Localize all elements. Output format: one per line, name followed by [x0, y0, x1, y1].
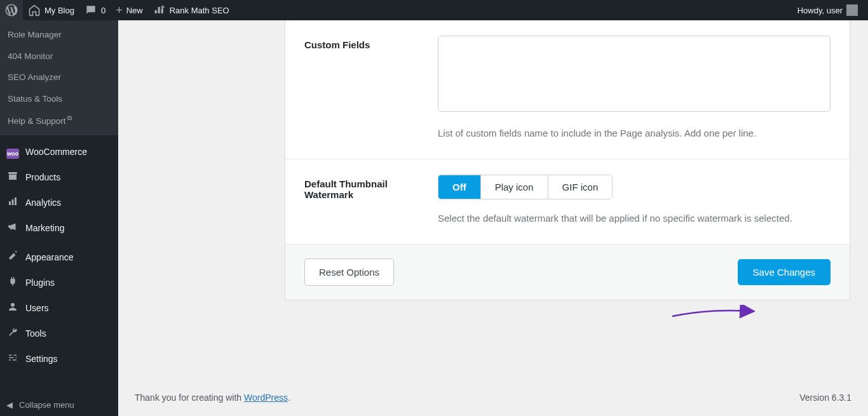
sidebar-item-status-tools[interactable]: Status & Tools [0, 88, 118, 110]
panel-footer: Reset Options Save Changes [285, 244, 850, 300]
save-button[interactable]: Save Changes [738, 259, 831, 285]
new-label: New [126, 6, 143, 15]
admin-bar: My Blog 0 + New Rank Math SEO Howdy, use… [0, 0, 868, 20]
brush-icon [6, 250, 19, 265]
sidebar-item-role-manager[interactable]: Role Manager [0, 24, 118, 46]
new-link[interactable]: + New [111, 0, 148, 20]
wordpress-link[interactable]: WordPress [244, 393, 288, 403]
plus-icon: + [116, 4, 123, 16]
field-custom-fields: Custom Fields List of custom fields name… [285, 20, 850, 159]
sidebar-item-settings[interactable]: Settings [0, 346, 118, 372]
collapse-menu[interactable]: ◀ Collapse menu [0, 393, 118, 416]
comment-count: 0 [101, 6, 105, 15]
sidebar-item-tools[interactable]: Tools [0, 321, 118, 346]
custom-fields-desc: List of custom fields name to include in… [438, 126, 831, 141]
rank-math-link[interactable]: Rank Math SEO [148, 0, 234, 20]
annotation-arrow [671, 305, 760, 320]
watermark-option-play[interactable]: Play icon [481, 175, 548, 199]
reset-button[interactable]: Reset Options [304, 258, 394, 286]
bars-icon [6, 196, 19, 210]
user-menu[interactable]: Howdy, user [792, 0, 863, 20]
sidebar-item-plugins[interactable]: Plugins [0, 270, 118, 295]
collapse-icon: ◀ [6, 400, 13, 410]
wordpress-icon [5, 4, 18, 17]
site-title-link[interactable]: My Blog [23, 0, 79, 20]
sidebar-item-seo-analyzer[interactable]: SEO Analyzer [0, 67, 118, 88]
field-watermark: Default Thumbnail Watermark Off Play ico… [285, 159, 850, 244]
home-icon [28, 4, 41, 17]
watermark-option-off[interactable]: Off [438, 175, 481, 199]
archive-icon [6, 170, 19, 185]
custom-fields-textarea[interactable] [438, 36, 831, 112]
avatar [846, 4, 858, 16]
sidebar-item-marketing[interactable]: Marketing [0, 215, 118, 241]
sidebar-item-products[interactable]: Products [0, 164, 118, 190]
site-title: My Blog [44, 6, 74, 15]
settings-panel: Custom Fields List of custom fields name… [285, 20, 850, 300]
rank-math-label: Rank Math SEO [170, 6, 229, 15]
wordpress-logo[interactable] [0, 0, 23, 20]
howdy-text: Howdy, user [797, 6, 843, 15]
svg-rect-4 [15, 198, 17, 205]
custom-fields-label: Custom Fields [304, 36, 438, 141]
svg-rect-1 [9, 175, 17, 180]
watermark-toggle: Off Play icon GIF icon [438, 175, 613, 199]
comments-link[interactable]: 0 [79, 0, 111, 20]
watermark-option-gif[interactable]: GIF icon [548, 175, 613, 199]
sliders-icon [6, 352, 19, 366]
plug-icon [6, 276, 19, 290]
wrench-icon [6, 326, 19, 341]
svg-rect-2 [9, 201, 11, 205]
svg-point-5 [11, 303, 15, 307]
sidebar-item-help-support[interactable]: Help & Support⧉ [0, 109, 118, 131]
person-icon [6, 301, 19, 316]
svg-rect-0 [8, 172, 17, 174]
rank-math-icon [153, 4, 166, 17]
footer-version: Version 6.3.1 [799, 393, 851, 403]
megaphone-icon [6, 221, 19, 236]
watermark-label: Default Thumbnail Watermark [304, 175, 438, 226]
comment-icon [85, 4, 97, 17]
sidebar-item-404-monitor[interactable]: 404 Monitor [0, 46, 118, 67]
rank-math-submenu: Role Manager 404 Monitor SEO Analyzer St… [0, 20, 118, 135]
external-link-icon: ⧉ [67, 114, 72, 121]
svg-rect-3 [12, 199, 14, 205]
wp-footer: Thank you for creating with WordPress. V… [118, 379, 868, 416]
sidebar-item-analytics[interactable]: Analytics [0, 190, 118, 215]
sidebar-item-appearance[interactable]: Appearance [0, 245, 118, 270]
footer-thankyou: Thank you for creating with WordPress. [135, 393, 290, 403]
watermark-desc: Select the default watermark that will b… [438, 211, 831, 226]
admin-sidebar: Role Manager 404 Monitor SEO Analyzer St… [0, 20, 118, 416]
sidebar-item-woocommerce[interactable]: woo WooCommerce [0, 139, 118, 164]
sidebar-item-users[interactable]: Users [0, 295, 118, 321]
woocommerce-icon: woo [6, 145, 19, 159]
